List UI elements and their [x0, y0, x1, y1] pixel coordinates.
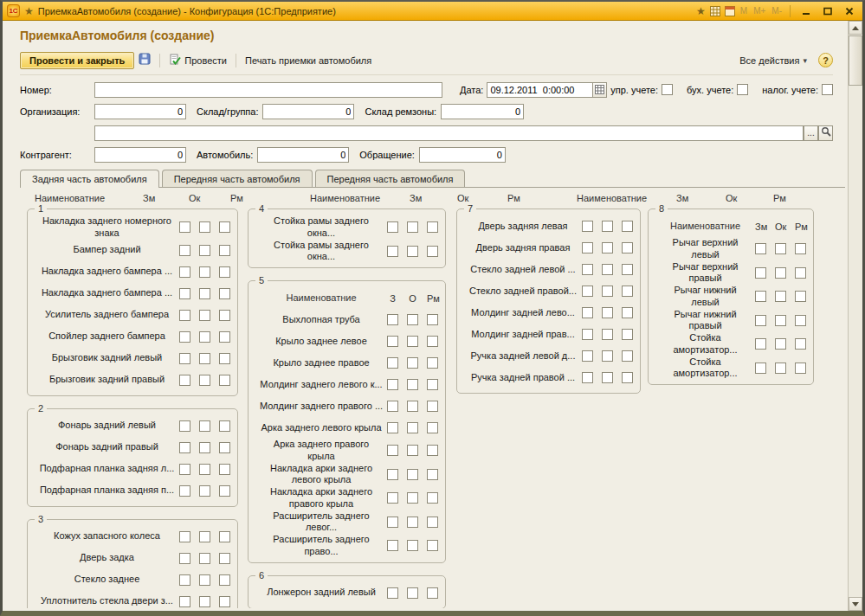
close-button[interactable] — [841, 4, 858, 18]
ok-checkbox[interactable] — [199, 442, 210, 453]
zm-checkbox[interactable] — [387, 336, 398, 347]
ellipsis-button[interactable]: ... — [804, 125, 818, 141]
date-input[interactable] — [487, 82, 592, 98]
zm-checkbox[interactable] — [179, 375, 190, 386]
ok-checkbox[interactable] — [775, 267, 786, 279]
zm-checkbox[interactable] — [582, 286, 593, 297]
car-input[interactable] — [257, 147, 349, 163]
ok-checkbox[interactable] — [199, 288, 210, 299]
ok-checkbox[interactable] — [199, 485, 210, 497]
zm-checkbox[interactable] — [387, 445, 398, 456]
ok-checkbox[interactable] — [407, 469, 418, 480]
ok-checkbox[interactable] — [407, 379, 418, 390]
managerial-accounting-checkbox[interactable] — [662, 84, 673, 95]
help-button[interactable]: ? — [818, 53, 833, 67]
ok-checkbox[interactable] — [602, 329, 613, 340]
zm-checkbox[interactable] — [387, 401, 398, 412]
zm-checkbox[interactable] — [179, 288, 190, 299]
zm-checkbox[interactable] — [582, 372, 593, 383]
scroll-up-button[interactable] — [849, 21, 862, 35]
ok-checkbox[interactable] — [199, 375, 210, 386]
ok-checkbox[interactable] — [407, 314, 418, 325]
zm-checkbox[interactable] — [582, 350, 593, 362]
ok-checkbox[interactable] — [199, 310, 210, 321]
scrollbar-thumb[interactable] — [849, 35, 862, 86]
zm-checkbox[interactable] — [582, 221, 593, 232]
ok-checkbox[interactable] — [199, 574, 210, 586]
warehouse-input[interactable] — [262, 104, 354, 119]
date-picker-button[interactable] — [592, 82, 607, 98]
rm-checkbox[interactable] — [219, 353, 230, 364]
ok-checkbox[interactable] — [602, 307, 613, 318]
ok-checkbox[interactable] — [199, 266, 210, 278]
contractor-input[interactable] — [94, 147, 186, 163]
all-actions-button[interactable]: Все действия ▾ — [735, 53, 811, 68]
repair-zone-input[interactable] — [441, 104, 524, 119]
ok-checkbox[interactable] — [407, 517, 418, 528]
search-button[interactable] — [818, 125, 833, 141]
zm-checkbox[interactable] — [179, 464, 190, 475]
ok-checkbox[interactable] — [199, 331, 210, 343]
zm-checkbox[interactable] — [179, 310, 190, 321]
zm-checkbox[interactable] — [179, 221, 190, 233]
rm-checkbox[interactable] — [219, 245, 230, 256]
zm-checkbox[interactable] — [755, 363, 766, 374]
zm-checkbox[interactable] — [179, 596, 190, 607]
zm-checkbox[interactable] — [179, 531, 190, 542]
rm-checkbox[interactable] — [219, 266, 230, 278]
ok-checkbox[interactable] — [602, 350, 613, 362]
rm-checkbox[interactable] — [427, 445, 438, 456]
ok-checkbox[interactable] — [775, 363, 786, 374]
rm-checkbox[interactable] — [795, 243, 806, 254]
ok-checkbox[interactable] — [602, 372, 613, 383]
ok-checkbox[interactable] — [407, 445, 418, 456]
rm-checkbox[interactable] — [427, 492, 438, 504]
rm-checkbox[interactable] — [622, 286, 633, 297]
zm-checkbox[interactable] — [387, 469, 398, 480]
rm-checkbox[interactable] — [219, 553, 230, 564]
rm-checkbox[interactable] — [427, 379, 438, 390]
ok-checkbox[interactable] — [199, 245, 210, 256]
zm-checkbox[interactable] — [387, 540, 398, 551]
zm-checkbox[interactable] — [387, 517, 398, 528]
ok-checkbox[interactable] — [407, 246, 418, 257]
zm-checkbox[interactable] — [179, 420, 190, 432]
rm-checkbox[interactable] — [219, 485, 230, 497]
description-input[interactable] — [94, 125, 804, 141]
calc-memory-m-minus[interactable]: M- — [771, 6, 783, 16]
zm-checkbox[interactable] — [179, 353, 190, 364]
rm-checkbox[interactable] — [795, 267, 806, 279]
rm-checkbox[interactable] — [427, 357, 438, 369]
rm-checkbox[interactable] — [219, 596, 230, 607]
zm-checkbox[interactable] — [387, 422, 398, 433]
rm-checkbox[interactable] — [795, 363, 806, 374]
rm-checkbox[interactable] — [219, 331, 230, 343]
rm-checkbox[interactable] — [427, 517, 438, 528]
rm-checkbox[interactable] — [427, 469, 438, 480]
rm-checkbox[interactable] — [795, 315, 806, 326]
ok-checkbox[interactable] — [407, 587, 418, 599]
zm-checkbox[interactable] — [179, 553, 190, 564]
ok-checkbox[interactable] — [199, 531, 210, 542]
rm-checkbox[interactable] — [622, 307, 633, 318]
zm-checkbox[interactable] — [179, 574, 190, 586]
zm-checkbox[interactable] — [387, 587, 398, 599]
post-and-close-button[interactable]: Провести и закрыть — [20, 52, 134, 69]
scroll-down-button[interactable] — [849, 597, 862, 611]
ok-checkbox[interactable] — [199, 221, 210, 233]
rm-checkbox[interactable] — [427, 314, 438, 325]
appeal-input[interactable] — [419, 147, 506, 163]
zm-checkbox[interactable] — [387, 379, 398, 390]
zm-checkbox[interactable] — [582, 329, 593, 340]
rm-checkbox[interactable] — [219, 288, 230, 299]
calendar-icon[interactable] — [725, 6, 735, 16]
ok-checkbox[interactable] — [407, 357, 418, 369]
ok-checkbox[interactable] — [775, 243, 786, 254]
book-accounting-checkbox[interactable] — [737, 84, 748, 95]
rm-checkbox[interactable] — [219, 574, 230, 586]
rm-checkbox[interactable] — [427, 401, 438, 412]
zm-checkbox[interactable] — [755, 267, 766, 279]
ok-checkbox[interactable] — [775, 338, 786, 350]
ok-checkbox[interactable] — [407, 336, 418, 347]
zm-checkbox[interactable] — [582, 264, 593, 275]
